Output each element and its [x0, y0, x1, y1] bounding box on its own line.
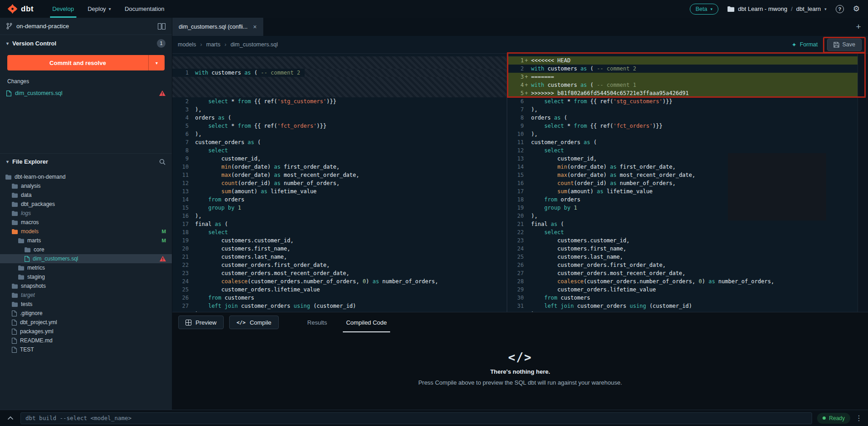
code-line-left-18[interactable]: 18 select — [172, 228, 507, 236]
chevron-up-icon[interactable] — [5, 413, 15, 423]
code-line-left-27[interactable]: 27 left join customer_orders using (cust… — [172, 302, 507, 310]
tab-results[interactable]: Results — [298, 312, 336, 332]
changed-file-dim_customers.sql[interactable]: dim_customers.sql — [0, 88, 172, 99]
code-line-right-28[interactable]: 28 coalesce(customer_orders.number_of_or… — [507, 277, 858, 286]
breadcrumb-item[interactable]: dim_customers.sql — [231, 41, 278, 48]
code-line-right-27[interactable]: 27 customer_orders.most_recent_order_dat… — [507, 269, 858, 277]
code-line-left-2[interactable]: 2 select * from {{ ref('stg_customers')}… — [172, 97, 507, 105]
tree-item-packages.yml[interactable]: packages.yml — [0, 327, 172, 336]
tab-dim-customers[interactable]: dim_customers.sql (confli... × — [172, 18, 263, 36]
preview-button[interactable]: Preview — [178, 316, 224, 329]
tree-item-TEST[interactable]: TEST — [0, 345, 172, 354]
code-line-right-30[interactable]: 30 from customers — [507, 294, 858, 302]
code-line-right-5[interactable]: 5+>>>>>>> b81f802a66fd544504c65721e3ffaa… — [507, 89, 858, 97]
nav-deploy[interactable]: Deploy▾ — [81, 0, 118, 18]
code-line-left-6[interactable]: 6), — [172, 130, 507, 138]
code-line-right-9[interactable]: 9 select * from {{ ref('fct_orders')}} — [507, 122, 858, 130]
code-line-right-6[interactable]: 6 select * from {{ ref('stg_customers')}… — [507, 97, 858, 105]
code-line-left-22[interactable]: 22 customer_orders.first_order_date, — [172, 261, 507, 269]
code-line-right-29[interactable]: 29 customer_orders.lifetime_value — [507, 286, 858, 294]
tree-item-macros[interactable]: macros — [0, 218, 172, 227]
code-line-left-11[interactable]: 11 max(order_date) as most_recent_order_… — [172, 171, 507, 179]
code-line-left-7[interactable]: 7customer_orders as ( — [172, 138, 507, 146]
code-line-left-28[interactable]: 28) — [172, 310, 507, 312]
tree-item-snapshots[interactable]: snapshots — [0, 281, 172, 291]
beta-button[interactable]: Beta ▾ — [690, 4, 718, 15]
code-line-left-21[interactable]: 21 customers.last_name, — [172, 253, 507, 261]
code-line-left-13[interactable]: 13 sum(amount) as lifetime_value — [172, 187, 507, 195]
tree-item-analysis[interactable]: analysis — [0, 181, 172, 190]
tree-item-marts[interactable]: martsM — [0, 236, 172, 245]
code-line-right-10[interactable]: 10), — [507, 130, 858, 138]
new-tab-button[interactable]: + — [849, 18, 868, 36]
code-line-left-3[interactable]: 3), — [172, 105, 507, 114]
code-line-right-22[interactable]: 22 select — [507, 228, 858, 236]
editor-scrollbar[interactable] — [858, 54, 868, 312]
save-button[interactable]: Save — [827, 39, 862, 51]
code-line-left-17[interactable]: 17final as ( — [172, 220, 507, 228]
file-explorer-header[interactable]: ▾ File Explorer — [0, 153, 172, 170]
breadcrumb-item[interactable]: models — [178, 41, 196, 48]
close-icon[interactable]: × — [253, 23, 256, 30]
code-line-right-25[interactable]: 25 customers.last_name, — [507, 253, 858, 261]
tree-item-tests[interactable]: tests — [0, 300, 172, 309]
code-line-left-25[interactable]: 25 customer_orders.lifetime_value — [172, 286, 507, 294]
code-line-left-10[interactable]: 10 min(order_date) as first_order_date, — [172, 163, 507, 171]
dbt-logo[interactable]: dbt — [0, 0, 40, 18]
overflow-menu-icon[interactable]: ⋮ — [855, 414, 863, 422]
code-line-right-1[interactable]: 1+<<<<<<< HEAD — [507, 56, 858, 65]
command-input[interactable] — [20, 412, 812, 424]
code-line-right-4[interactable]: 4+with customers as ( -- comment 1 — [507, 81, 858, 89]
tree-item-dbt_project.yml[interactable]: dbt_project.yml — [0, 318, 172, 327]
code-line-right-32[interactable]: 32) — [507, 310, 858, 312]
tree-item-models[interactable]: modelsM — [0, 227, 172, 236]
code-line-left-23[interactable]: 23 customer_orders.most_recent_order_dat… — [172, 269, 507, 277]
help-icon[interactable]: ? — [836, 5, 844, 13]
code-line-left-15[interactable]: 15 group by 1 — [172, 204, 507, 212]
code-line-left-20[interactable]: 20 customers.first_name, — [172, 245, 507, 253]
code-line-right-7[interactable]: 7), — [507, 105, 858, 114]
tree-item-dim_customers.sql[interactable]: dim_customers.sql — [0, 254, 172, 263]
code-line-left-9[interactable]: 9 customer_id, — [172, 155, 507, 163]
tree-item-core[interactable]: core — [0, 245, 172, 254]
code-line-left-26[interactable]: 26 from customers — [172, 294, 507, 302]
format-button[interactable]: ✦ Format — [792, 41, 818, 48]
code-line-right-24[interactable]: 24 customers.first_name, — [507, 245, 858, 253]
code-line-right-31[interactable]: 31 left join customer_orders using (cust… — [507, 302, 858, 310]
code-line-left-1[interactable]: 1with customers as ( -- comment 2 — [172, 69, 507, 77]
branch-selector[interactable]: on-demand-practice — [0, 18, 172, 35]
code-line-right-23[interactable]: 23 customers.customer_id, — [507, 236, 858, 245]
editor-pane-current[interactable]: 1with customers as ( -- comment 22 selec… — [172, 54, 507, 312]
code-line-left-14[interactable]: 14 from orders — [172, 195, 507, 204]
code-line-right-8[interactable]: 8orders as ( — [507, 114, 858, 122]
gear-icon[interactable]: ⚙ — [853, 5, 860, 13]
nav-develop[interactable]: Develop — [45, 0, 81, 18]
code-line-left-19[interactable]: 19 customers.customer_id, — [172, 236, 507, 245]
code-line-left-5[interactable]: 5 select * from {{ ref('fct_orders')}} — [172, 122, 507, 130]
tree-item-README.md[interactable]: README.md — [0, 336, 172, 345]
account-selector[interactable]: dbt Learn - mwong / dbt_learn ▾ — [728, 5, 827, 12]
version-control-header[interactable]: ▾ Version Control 1 — [0, 35, 172, 51]
code-line-right-26[interactable]: 26 customer_orders.first_order_date, — [507, 261, 858, 269]
tree-item-.gitignore[interactable]: .gitignore — [0, 309, 172, 318]
code-line-right-21[interactable]: 21final as ( — [507, 220, 858, 228]
tab-compiled-code[interactable]: Compiled Code — [336, 312, 396, 332]
tree-item-data[interactable]: data — [0, 190, 172, 200]
tree-item-metrics[interactable]: metrics — [0, 263, 172, 272]
commit-and-resolve-button[interactable]: Commit and resolve ▾ — [7, 55, 165, 70]
search-icon[interactable] — [159, 159, 166, 165]
book-icon[interactable] — [158, 23, 166, 30]
commit-options-caret[interactable]: ▾ — [148, 55, 165, 70]
compile-button[interactable]: </> Compile — [229, 316, 279, 329]
code-line-right-3[interactable]: 3+======= — [507, 73, 858, 81]
tree-item-dbt-learn-on-demand[interactable]: dbt-learn-on-demand — [0, 172, 172, 181]
code-line-left-12[interactable]: 12 count(order_id) as number_of_orders, — [172, 179, 507, 187]
code-line-right-2[interactable]: 2with customers as ( -- comment 2 — [507, 65, 858, 73]
tree-item-dbt_packages[interactable]: dbt_packages — [0, 200, 172, 209]
tree-item-staging[interactable]: staging — [0, 272, 172, 281]
code-line-right-11[interactable]: 11customer_orders as ( — [507, 138, 858, 146]
breadcrumb-item[interactable]: marts — [206, 41, 220, 48]
code-line-left-24[interactable]: 24 coalesce(customer_orders.number_of_or… — [172, 277, 507, 286]
tree-item-logs[interactable]: logs — [0, 209, 172, 218]
code-line-left-8[interactable]: 8 select — [172, 146, 507, 155]
